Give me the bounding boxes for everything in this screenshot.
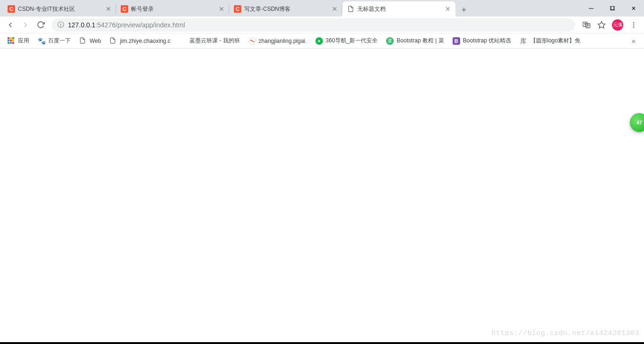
close-window-button[interactable]: ✕ (623, 0, 644, 16)
bookmark-logo-assets[interactable]: 库 【圆形logo素材】免 (516, 35, 585, 47)
csdn-icon: C (234, 5, 241, 13)
translate-icon[interactable] (580, 18, 593, 32)
runoob-icon: 菜 (386, 37, 394, 45)
bookmark-label: Bootstrap 优站精选 (463, 37, 512, 45)
back-button[interactable] (4, 18, 17, 32)
bookmark-label: zhangjianling.pigai. (259, 38, 307, 44)
bookmark-chaoxing[interactable]: jim.zhiye.chaoxing.c (106, 35, 174, 47)
svg-rect-1 (610, 6, 614, 10)
csdn-icon: C (121, 5, 128, 13)
tab-title: CSDN-专业IT技术社区 (18, 5, 102, 13)
bookmark-label: Bootstrap 教程 | 菜 (396, 37, 444, 45)
minimize-button[interactable] (580, 0, 602, 16)
svg-point-8 (633, 26, 635, 28)
baidu-icon: 🐾 (38, 37, 45, 45)
bootstrap-icon: B (453, 37, 460, 45)
toolbar: ⓘ 127.0.0.1:54276/preview/app/index.html… (0, 16, 644, 33)
close-icon[interactable]: ✕ (331, 5, 339, 13)
bookmark-apps[interactable]: 应用 (4, 35, 33, 47)
page-icon (347, 5, 355, 13)
close-icon[interactable]: ✕ (444, 5, 452, 13)
page-icon (109, 37, 117, 45)
new-tab-button[interactable]: + (457, 3, 471, 16)
bottom-edge (0, 342, 644, 344)
bookmark-bootstrap-sites[interactable]: B Bootstrap 优站精选 (449, 35, 515, 47)
reload-button[interactable] (34, 18, 47, 32)
watermark-text: https://blog.csdn.net/a1424261303 (491, 329, 639, 337)
menu-button[interactable] (627, 18, 640, 32)
forward-button[interactable] (19, 18, 32, 32)
svg-rect-4 (586, 24, 590, 28)
close-icon[interactable]: ✕ (105, 5, 112, 13)
pigai-icon (248, 37, 256, 45)
profile-avatar[interactable]: 元满 (612, 19, 623, 31)
site-info-icon[interactable]: ⓘ (58, 21, 64, 29)
library-icon: 库 (520, 37, 528, 45)
bookmark-label: 360导航_新一代安全 (326, 37, 378, 45)
svg-marker-5 (598, 21, 605, 28)
bookmark-baidu[interactable]: 🐾 百度一下 (34, 35, 74, 47)
cloud-icon (179, 37, 187, 45)
close-icon[interactable]: ✕ (218, 5, 225, 13)
tab-title: 写文章-CSDN博客 (244, 5, 328, 13)
address-bar[interactable]: ⓘ 127.0.0.1:54276/preview/app/index.html (52, 18, 575, 32)
bookmarks-bar: 应用 🐾 百度一下 Web jim.zhiye.chaoxing.c 蓝墨云班课… (0, 33, 644, 49)
bookmark-label: Web (90, 38, 101, 44)
tab-title: 帐号登录 (131, 5, 215, 13)
tab-title: 无标题文档 (357, 5, 441, 13)
svg-point-6 (633, 22, 635, 24)
bookmark-pigai[interactable]: zhangjianling.pigai. (245, 35, 311, 47)
bookmark-label: 百度一下 (48, 37, 71, 45)
bookmark-web[interactable]: Web (75, 35, 105, 47)
tab-strip: C CSDN-专业IT技术社区 ✕ C 帐号登录 ✕ C 写文章-CSDN博客 … (0, 0, 644, 16)
svg-rect-2 (611, 6, 615, 10)
bookmark-label: 蓝墨云班课 - 我的班 (190, 37, 240, 45)
page-content (0, 49, 644, 341)
bookmarks-overflow-button[interactable]: » (627, 37, 640, 45)
maximize-button[interactable] (602, 0, 623, 16)
tab-untitled-document[interactable]: 无标题文档 ✕ (342, 1, 455, 16)
tab-login[interactable]: C 帐号登录 ✕ (116, 1, 229, 16)
window-controls: ✕ (580, 0, 644, 16)
tab-csdn-community[interactable]: C CSDN-专业IT技术社区 ✕ (3, 1, 116, 16)
bookmark-label: 【圆形logo素材】免 (530, 37, 581, 45)
bookmark-bootstrap-tutorial[interactable]: 菜 Bootstrap 教程 | 菜 (382, 35, 447, 47)
page-icon (79, 37, 87, 45)
csdn-icon: C (8, 5, 15, 13)
360-icon: ● (315, 37, 323, 45)
apps-icon (8, 37, 15, 45)
tab-write-article[interactable]: C 写文章-CSDN博客 ✕ (229, 1, 342, 16)
bookmark-star-icon[interactable] (595, 18, 608, 32)
url-text: 127.0.0.1:54276/preview/app/index.html (68, 21, 185, 29)
bookmark-label: 应用 (18, 37, 29, 45)
svg-point-7 (633, 24, 635, 25)
bookmark-mosoteach[interactable]: 蓝墨云班课 - 我的班 (175, 35, 244, 47)
bookmark-label: jim.zhiye.chaoxing.c (120, 38, 170, 44)
bookmark-360[interactable]: ● 360导航_新一代安全 (312, 35, 382, 47)
